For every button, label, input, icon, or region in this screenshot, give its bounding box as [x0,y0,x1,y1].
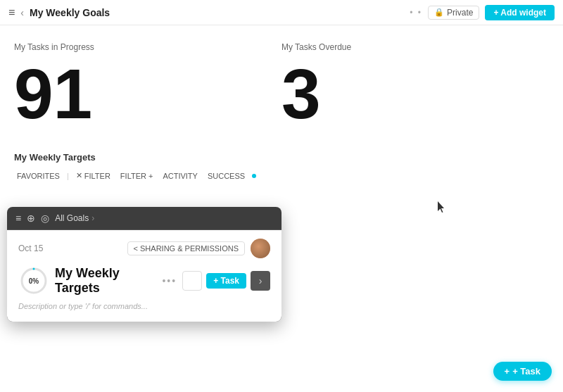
tasks-in-progress-widget: My Tasks in Progress 91 [14,37,282,138]
filter-option-label: FILTER + [120,172,153,180]
filter-option[interactable]: FILTER + [118,170,156,182]
widgets-row: My Tasks in Progress 91 My Tasks Overdue… [14,37,549,138]
header-right: • • 🔒 Private + Add widget [410,5,555,20]
popup-title: My Weekly Targets [55,266,156,296]
popup-header: ≡ ⊕ ◎ All Goals › [7,207,282,230]
popup-action-buttons: + Task › [182,271,270,291]
popup-task-button[interactable]: + Task [206,273,246,289]
popup-title-row: 0% My Weekly Targets ••• + Task › [18,265,270,296]
popup-description[interactable]: Description or type '/' for commands... [18,302,270,310]
app-header: ≡ ‹ My Weekly Goals • • 🔒 Private + Add … [0,0,563,25]
popup-more-button[interactable]: › [251,271,270,291]
separator-1: | [67,172,69,180]
popup-nav-separator: › [91,213,94,223]
filter-bar: FAVORITES | ✕ FILTER FILTER + ACTIVITY S… [14,170,549,182]
private-badge[interactable]: 🔒 Private [428,6,479,20]
success-label: SUCCESS [208,172,245,180]
popup-nav-all-goals[interactable]: All Goals [55,213,89,223]
main-content: My Tasks in Progress 91 My Tasks Overdue… [0,25,563,198]
filter-label: FILTER [84,172,110,180]
header-dots: • • [410,8,422,18]
x-icon: ✕ [76,171,82,180]
popup-sharing-button[interactable]: < SHARING & PERMISSIONS [127,241,245,255]
popup-add-icon[interactable]: ⊕ [27,213,35,224]
filter-success[interactable]: SUCCESS [205,170,248,182]
plus-icon: + [505,366,510,377]
popup-overlay: ≡ ⊕ ◎ All Goals › Oct 15 < SHARING & PER… [7,207,282,322]
back-icon[interactable]: ‹ [20,7,24,18]
tasks-overdue-widget: My Tasks Overdue 3 [282,37,549,138]
bottom-task-label: + Task [512,366,540,377]
private-label: Private [447,8,473,18]
popup-content: Oct 15 < SHARING & PERMISSIONS 0% [7,230,282,322]
bottom-add-task-button[interactable]: + + Task [493,362,552,381]
filter-x[interactable]: ✕ FILTER [73,170,113,182]
tasks-in-progress-label: My Tasks in Progress [14,42,282,52]
popup-avatar [251,239,270,258]
popup-title-more-icon[interactable]: ••• [162,275,177,286]
avatar-image [251,239,270,258]
activity-label: ACTIVITY [163,172,198,180]
hamburger-icon[interactable]: ≡ [8,6,15,19]
popup-progress-text: 0% [29,277,39,285]
popup-white-button[interactable] [182,271,202,291]
tasks-overdue-label: My Tasks Overdue [282,42,549,52]
tasks-in-progress-value: 91 [14,55,282,132]
popup-menu-icon[interactable]: ≡ [15,213,21,224]
popup-date-row: Oct 15 < SHARING & PERMISSIONS [18,239,270,258]
favorites-label: FAVORITES [17,172,60,180]
filter-activity[interactable]: ACTIVITY [160,170,201,182]
page-title: My Weekly Goals [30,7,110,18]
add-widget-button[interactable]: + Add widget [485,5,555,20]
tasks-overdue-value: 3 [282,55,549,132]
lock-icon: 🔒 [434,8,444,17]
mouse-cursor [438,201,446,214]
filter-favorites[interactable]: FAVORITES [14,170,63,182]
more-dots-icon: › [259,275,262,286]
filter-dot-indicator [252,174,256,178]
popup-progress-circle: 0% [18,265,49,296]
section-title: My Weekly Targets [14,152,549,163]
header-left: ≡ ‹ My Weekly Goals [8,6,410,19]
popup-nav: All Goals › [55,213,273,223]
popup-target-icon[interactable]: ◎ [41,213,49,224]
popup-date: Oct 15 [18,244,43,253]
